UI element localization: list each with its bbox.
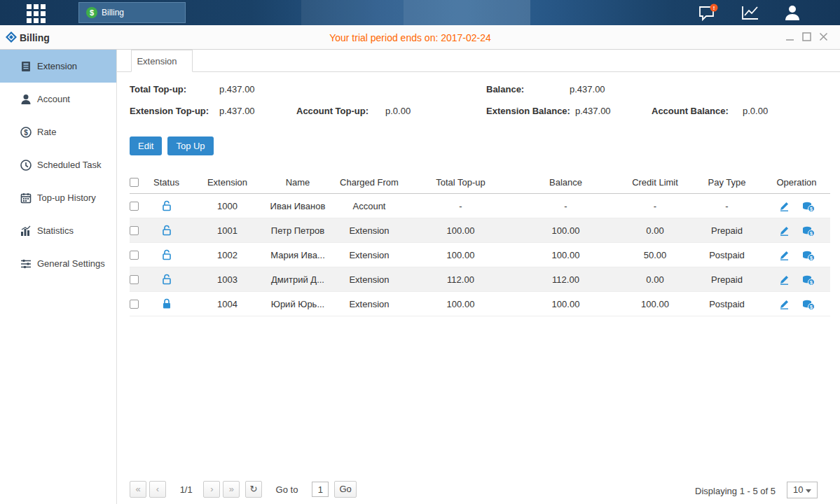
svg-text:$: $ (810, 231, 813, 237)
svg-text:$: $ (24, 128, 28, 136)
svg-text:!: ! (713, 5, 715, 11)
svg-text:$: $ (810, 255, 813, 261)
svg-text:$: $ (810, 280, 813, 286)
svg-text:$: $ (810, 304, 813, 310)
svg-text:$: $ (810, 206, 813, 212)
